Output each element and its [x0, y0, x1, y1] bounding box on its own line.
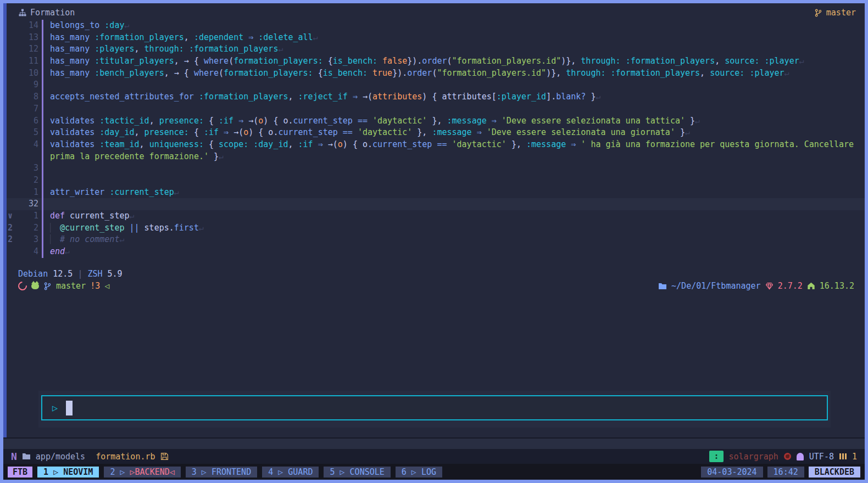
- tmux-window-label: ▷BACKEND◁: [130, 467, 175, 477]
- gutter-bar: [42, 222, 43, 234]
- code-line[interactable]: 13has_many :formation_players, :dependen…: [7, 32, 865, 44]
- tmux-session-badge[interactable]: FTB: [8, 467, 32, 478]
- terminal-window: Formation master 14belongs_to :day↵13has…: [0, 0, 868, 483]
- command-input[interactable]: ▷: [41, 395, 828, 420]
- code-line[interactable]: 3: [7, 162, 865, 175]
- fold-column[interactable]: [7, 68, 21, 80]
- tmux-window-backend[interactable]: 2 ▷ ▷BACKEND◁: [104, 467, 180, 478]
- code-line[interactable]: 7: [7, 103, 865, 115]
- code-token: ↵: [685, 127, 690, 137]
- gutter-bar: [42, 91, 43, 103]
- code-token: :if: [298, 139, 313, 149]
- code-token: }: [675, 127, 685, 137]
- buffer-tab[interactable]: Formation: [19, 8, 75, 18]
- code-editor[interactable]: 14belongs_to :day↵13has_many :formation_…: [7, 20, 865, 259]
- code-token: 'daytactic': [452, 139, 507, 149]
- fold-column[interactable]: [7, 79, 21, 91]
- code-text: [50, 162, 865, 175]
- code-token: ZSH: [87, 269, 102, 279]
- prompt-branch-label: master: [56, 281, 86, 291]
- code-line[interactable]: 2: [7, 175, 865, 187]
- code-token: attr_writer: [50, 187, 104, 197]
- code-token: )},: [546, 68, 566, 78]
- fold-column[interactable]: [7, 127, 21, 139]
- tmux-window-console[interactable]: 5 ▷ CONSOLE: [324, 467, 390, 478]
- ruby-version: 2.7.2: [778, 281, 803, 291]
- code-token: ↵: [596, 92, 600, 102]
- fold-column[interactable]: ∨: [7, 210, 21, 222]
- code-token: formation_players:: [224, 68, 313, 78]
- line-number: 3: [21, 234, 38, 246]
- buffer-count: 1: [852, 452, 857, 462]
- fold-column[interactable]: [7, 103, 21, 115]
- gutter-bar: [42, 127, 43, 139]
- fold-column[interactable]: [7, 43, 21, 55]
- code-line[interactable]: 11has_many :titular_players, → { where(f…: [7, 55, 865, 68]
- code-text: has_many :players, through: :formation_p…: [50, 43, 865, 55]
- code-line[interactable]: 4validates :team_id, uniqueness: { scope…: [7, 139, 865, 151]
- fold-column[interactable]: [7, 55, 21, 68]
- fold-column[interactable]: [7, 162, 21, 175]
- tmux-window-neovim[interactable]: 1 ▷ NEOVIM: [37, 467, 99, 478]
- line-number: 13: [21, 32, 38, 44]
- line-number: 6: [21, 115, 38, 127]
- code-line[interactable]: 14belongs_to :day↵: [7, 20, 865, 32]
- fold-column[interactable]: [7, 187, 21, 199]
- save-icon: [160, 452, 169, 460]
- fold-column[interactable]: [7, 246, 21, 258]
- fold-column[interactable]: [7, 198, 21, 210]
- code-line[interactable]: 32: [7, 198, 865, 210]
- fold-column[interactable]: [7, 115, 21, 127]
- fold-column[interactable]: [7, 151, 21, 163]
- tmux-window-guard[interactable]: 4 ▷ GUARD: [262, 467, 319, 478]
- tmux-window-log[interactable]: 6 ▷ LOG: [396, 467, 442, 478]
- code-line[interactable]: 22▏ @current_step || steps.first↵: [7, 222, 865, 234]
- code-line[interactable]: ∨1def current_step↵: [7, 210, 865, 222]
- code-token: [233, 116, 238, 126]
- line-number: 2: [21, 222, 38, 234]
- code-token: ) { o.: [343, 139, 372, 149]
- fold-column[interactable]: [7, 139, 21, 151]
- code-line[interactable]: prima la precedente formazione.' }↵: [7, 151, 865, 163]
- code-token: [219, 127, 224, 137]
- code-token: }).: [392, 68, 407, 78]
- code-line[interactable]: 9: [7, 79, 865, 91]
- code-line[interactable]: 6validates :tactic_id, presence: { :if ⇒…: [7, 115, 865, 127]
- tmux-window-frontend[interactable]: 3 ▷ FRONTEND: [186, 467, 257, 478]
- buffer-title: Formation: [30, 8, 75, 18]
- code-line[interactable]: 23▏ # no comment↵: [7, 234, 865, 246]
- code-line[interactable]: 12has_many :players, through: :formation…: [7, 43, 865, 55]
- fold-column[interactable]: 2: [7, 234, 21, 246]
- code-line[interactable]: 8accepts_nested_attributes_for :formatio…: [7, 91, 865, 103]
- code-token: validates: [50, 139, 94, 149]
- code-token: [576, 139, 581, 149]
- code-text: ▏ @current_step || steps.first↵: [50, 222, 865, 234]
- fold-column[interactable]: [7, 32, 21, 44]
- code-token: [759, 56, 764, 66]
- code-token: {: [323, 56, 333, 66]
- code-token: →(: [243, 116, 258, 126]
- code-text: [50, 103, 865, 115]
- fold-column[interactable]: [7, 175, 21, 187]
- code-line[interactable]: 10has_many :bench_players, → { where(for…: [7, 68, 865, 80]
- editor-tabline: Formation master: [7, 3, 865, 21]
- code-token: "formation_players.id": [452, 56, 561, 66]
- code-token: (: [219, 68, 224, 78]
- code-token: blank?: [556, 92, 586, 102]
- code-token: [377, 56, 382, 66]
- tabline-git: master: [814, 8, 856, 18]
- tmux-statusbar: FTB 1 ▷ NEOVIM2 ▷ ▷BACKEND◁3 ▷ FRONTEND4…: [3, 464, 865, 480]
- code-line[interactable]: 1attr_writer :current_step↵: [7, 187, 865, 199]
- tmux-window-label: LOG: [421, 467, 436, 477]
- gem-icon: [765, 282, 774, 290]
- code-token: }: [209, 151, 219, 161]
- fold-column[interactable]: [7, 20, 21, 32]
- code-line[interactable]: 5validates :day_id, presence: { :if ⇒ →(…: [7, 127, 865, 139]
- fold-column[interactable]: 2: [7, 222, 21, 234]
- code-token: ,: [149, 116, 159, 126]
- code-line[interactable]: 4end↵: [7, 246, 865, 258]
- code-token: [348, 92, 353, 102]
- code-token: through:: [581, 56, 620, 66]
- shell-pane[interactable]: Debian 12.5 | ZSH 5.9 master !3 ◁: [7, 268, 865, 292]
- fold-column[interactable]: [7, 91, 21, 103]
